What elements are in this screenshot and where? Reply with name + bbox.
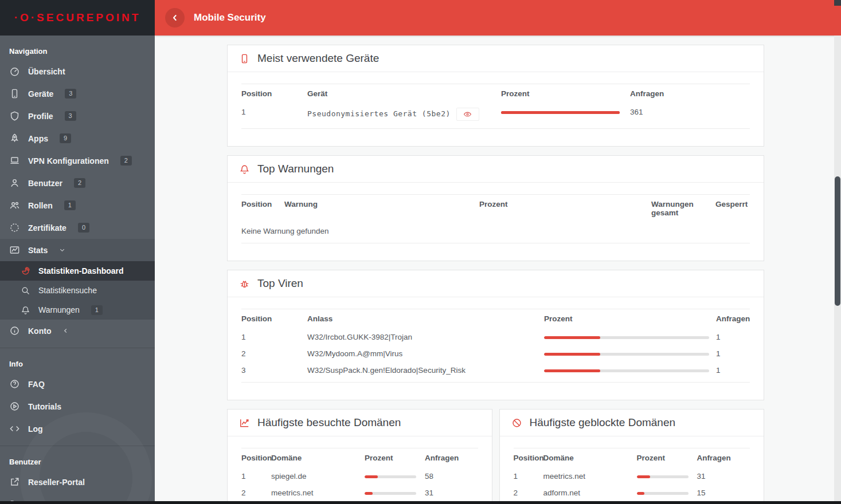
- column-header: Domäne: [543, 448, 637, 468]
- sidebar-item-label: VPN Konfigurationen: [28, 156, 109, 166]
- column-header: Domäne: [271, 448, 365, 468]
- card-header: Top Viren: [228, 270, 764, 297]
- cause-cell: W32/SuspPack.N.gen!Eldorado|Security_Ris…: [307, 362, 544, 383]
- chevron-down-icon: [59, 247, 65, 253]
- table-row: 1 Pseudonymisiertes Gerät (5be2) 361: [241, 104, 750, 129]
- stats-submenu: Statistiken-Dashboard Statistikensuche W…: [0, 261, 155, 320]
- devices-table: Position Gerät Prozent Anfragen 1 Pseudo…: [241, 84, 750, 129]
- smartphone-icon: [239, 53, 250, 64]
- progress-track: [365, 492, 416, 495]
- chevron-left-icon: [170, 13, 179, 22]
- external-link-icon: [9, 477, 20, 487]
- sidebar-item-rollen[interactable]: Rollen 1: [0, 194, 155, 216]
- column-header: Position: [241, 309, 307, 329]
- empty-message: Keine Warnung gefunden: [241, 223, 750, 243]
- requests-cell: 361: [630, 104, 750, 129]
- card-blocked-domains: Häufigste geblockte Domänen Position Dom…: [499, 409, 765, 504]
- sidebar-item-label: Benutzer: [28, 179, 62, 188]
- column-header: Prozent: [637, 448, 697, 468]
- progress-fill: [544, 353, 600, 356]
- sidebar-item-statistiken-dashboard[interactable]: Statistiken-Dashboard: [0, 261, 155, 281]
- sidebar-item-label: FAQ: [28, 380, 45, 389]
- progress-track: [365, 475, 416, 478]
- progress-fill: [365, 475, 378, 478]
- percent-cell: [365, 468, 425, 485]
- column-header: Position: [241, 84, 307, 104]
- count-badge: 2: [74, 178, 85, 188]
- count-badge: 1: [91, 305, 103, 315]
- pie-chart-icon: [21, 266, 30, 276]
- sidebar-item-vpn-konfigurationen[interactable]: VPN Konfigurationen 2: [0, 149, 155, 172]
- certificate-icon: [9, 222, 20, 233]
- card-visited-domains: Häufigste besuchte Domänen Position Domä…: [227, 409, 492, 504]
- back-button[interactable]: [165, 8, 185, 27]
- sidebar-item-benutzer[interactable]: Benutzer 2: [0, 172, 155, 194]
- requests-cell: 1: [716, 329, 750, 345]
- sidebar-item-faq[interactable]: FAQ: [0, 373, 155, 395]
- bell-icon: [21, 305, 30, 315]
- progress-fill: [544, 369, 600, 372]
- sidebar-item-geraete[interactable]: Geräte 3: [0, 82, 155, 105]
- card-top-viruses: Top Viren Position Anlass Prozent Anfrag…: [227, 270, 764, 400]
- sidebar-item-zertifikate[interactable]: Zertifikate 0: [0, 216, 155, 239]
- count-badge: 3: [65, 111, 76, 121]
- scrollbar-thumb[interactable]: [835, 176, 840, 306]
- visited-domains-table: Position Domäne Prozent Anfragen 1 spieg…: [241, 448, 478, 504]
- table-row: 2 W32/Mydoom.A@mm|Virus 1: [241, 345, 750, 362]
- info-circle-icon: [9, 325, 20, 336]
- logo-bar: ·O·SECUREPOINT: [0, 0, 155, 36]
- chart-icon: [9, 245, 20, 255]
- column-header: Position: [241, 195, 284, 223]
- card-header: Meist verwendete Geräte: [228, 45, 764, 72]
- sidebar-item-reseller-portal[interactable]: Reseller-Portal: [0, 471, 155, 493]
- progress-fill: [637, 492, 645, 495]
- requests-cell: 31: [697, 468, 750, 485]
- sidebar-item-tutorials[interactable]: Tutorials: [0, 395, 155, 418]
- requests-cell: 58: [425, 468, 478, 485]
- card-title: Top Viren: [257, 277, 303, 290]
- sidebar-item-konto[interactable]: Konto: [0, 320, 155, 342]
- sidebar-item-uebersicht[interactable]: Übersicht: [0, 60, 155, 82]
- sidebar-item-label: Statistiken-Dashboard: [38, 266, 124, 275]
- shield-icon: [9, 111, 20, 121]
- sidebar: ·O·SECUREPOINT Navigation Übersicht Gerä…: [0, 0, 155, 504]
- sidebar-item-label: Apps: [28, 134, 48, 143]
- progress-track: [544, 336, 709, 339]
- sidebar-item-label: Rollen: [28, 201, 53, 210]
- scrollbar-track[interactable]: [834, 36, 841, 504]
- sidebar-item-stats[interactable]: Stats: [0, 239, 155, 261]
- sidebar-item-profile[interactable]: Profile 3: [0, 105, 155, 127]
- count-badge: 0: [78, 223, 89, 233]
- smartphone-icon: [9, 88, 20, 99]
- column-header: Gerät: [307, 84, 501, 104]
- sidebar-item-label: Tutorials: [28, 402, 61, 411]
- sidebar-item-apps[interactable]: Apps 9: [0, 127, 155, 149]
- eye-icon: [463, 110, 472, 119]
- securepoint-logo: ·O·SECUREPOINT: [14, 11, 141, 24]
- requests-cell: 1: [716, 362, 750, 383]
- sidebar-item-label: Übersicht: [28, 67, 65, 76]
- info-section-label: Info: [0, 348, 155, 373]
- column-header: Anlass: [307, 309, 544, 329]
- device-name: Pseudonymisiertes Gerät (5be2): [307, 109, 451, 118]
- view-device-button[interactable]: [456, 108, 479, 121]
- sidebar-item-label: Statistikensuche: [38, 286, 97, 295]
- progress-track: [637, 492, 689, 495]
- count-badge: 1: [64, 200, 76, 210]
- card-title: Häufigste geblockte Domänen: [530, 416, 676, 429]
- sidebar-item-label: Stats: [28, 246, 48, 255]
- card-title: Häufigste besuchte Domänen: [257, 416, 401, 429]
- app-header: Mobile Security: [155, 0, 841, 36]
- sidebar-item-statistikensuche[interactable]: Statistikensuche: [0, 281, 155, 300]
- sidebar-item-warnungen[interactable]: Warnungen 1: [0, 300, 155, 320]
- gauge-icon: [9, 66, 20, 77]
- position-cell: 1: [241, 468, 271, 485]
- column-header: Prozent: [501, 84, 630, 104]
- sidebar-item-log[interactable]: Log: [0, 418, 155, 440]
- laptop-icon: [9, 155, 20, 166]
- card-top-warnings: Top Warnungen Position Warnung Prozent W…: [227, 155, 764, 261]
- table-row: 1 meetrics.net 31: [514, 468, 750, 485]
- benutzer-section-label: Benutzer: [0, 446, 155, 471]
- table-row: 1 spiegel.de 58: [241, 468, 478, 485]
- position-cell: 1: [241, 329, 307, 345]
